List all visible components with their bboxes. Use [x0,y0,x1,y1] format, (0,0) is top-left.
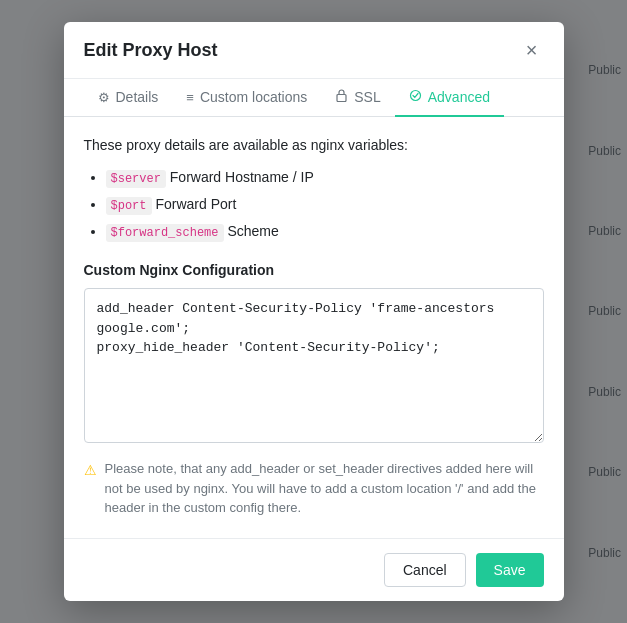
svg-rect-0 [337,95,346,102]
modal-header: Edit Proxy Host × [64,22,564,79]
warning-box: ⚠ Please note, that any add_header or se… [84,459,544,518]
warning-icon: ⚠ [84,460,97,481]
var-port-desc: Forward Port [155,196,236,212]
warning-text: Please note, that any add_header or set_… [105,459,544,518]
modal-body: These proxy details are available as ngi… [64,117,564,538]
tab-bar: ⚙ Details ≡ Custom locations SSL [64,79,564,117]
nginx-config-label: Custom Nginx Configuration [84,262,544,278]
svg-point-1 [410,91,420,101]
nginx-config-textarea[interactable]: add_header Content-Security-Policy 'fram… [84,288,544,443]
modal-overlay: Edit Proxy Host × ⚙ Details ≡ Custom loc… [0,0,627,623]
tab-details-label: Details [116,89,159,105]
modal-footer: Cancel Save [64,538,564,601]
tab-advanced-label: Advanced [428,89,490,105]
variable-server: $server Forward Hostname / IP [106,167,544,188]
modal-title: Edit Proxy Host [84,40,218,61]
tab-custom-locations-label: Custom locations [200,89,307,105]
var-port-code: $port [106,197,152,215]
advanced-icon [409,89,422,105]
var-server-desc: Forward Hostname / IP [170,169,314,185]
details-icon: ⚙ [98,90,110,105]
tab-ssl-label: SSL [354,89,380,105]
tab-custom-locations[interactable]: ≡ Custom locations [172,79,321,117]
cancel-button[interactable]: Cancel [384,553,466,587]
var-server-code: $server [106,170,166,188]
tab-ssl[interactable]: SSL [321,79,394,117]
close-button[interactable]: × [520,38,544,62]
var-scheme-code: $forward_scheme [106,224,224,242]
description-text: These proxy details are available as ngi… [84,137,544,153]
edit-proxy-host-modal: Edit Proxy Host × ⚙ Details ≡ Custom loc… [64,22,564,601]
variable-port: $port Forward Port [106,194,544,215]
variable-forward-scheme: $forward_scheme Scheme [106,221,544,242]
tab-details[interactable]: ⚙ Details [84,79,173,117]
var-scheme-desc: Scheme [227,223,278,239]
tab-advanced[interactable]: Advanced [395,79,504,117]
ssl-icon [335,89,348,105]
variables-list: $server Forward Hostname / IP $port Forw… [84,167,544,242]
save-button[interactable]: Save [476,553,544,587]
custom-locations-icon: ≡ [186,90,194,105]
